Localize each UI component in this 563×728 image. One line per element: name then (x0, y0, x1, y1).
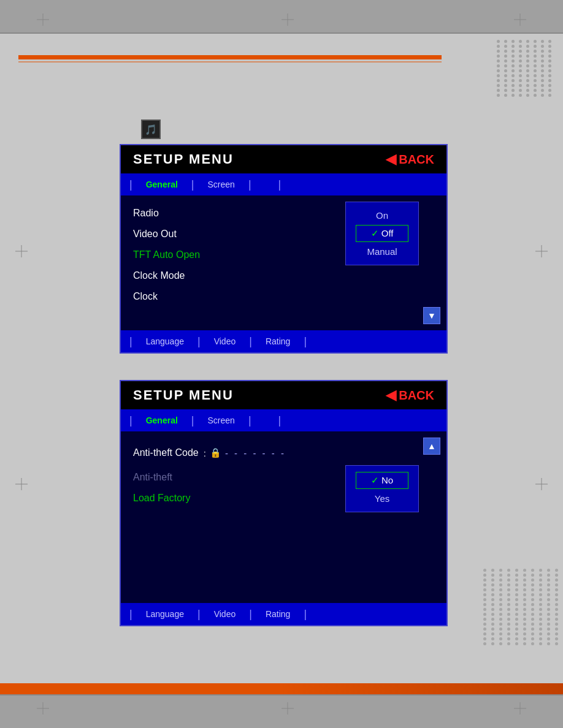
antitheft-code-display: : 🔒 - - - - - - - (204, 444, 286, 462)
tab-sep-4: | (276, 178, 284, 191)
btab2-video[interactable]: Video (204, 607, 246, 621)
btab2-sep-1: | (127, 608, 135, 621)
crosshair-top-center (282, 13, 294, 26)
setup-panel-2: SETUP MENU ◀ BACK | General | Screen | |… (120, 380, 448, 626)
btab-video-1[interactable]: Video (204, 334, 246, 349)
panel1-back-label: BACK (399, 153, 434, 167)
btab-language-1[interactable]: Language (136, 334, 194, 349)
panel2-tab-bar: | General | Screen | | (121, 409, 446, 431)
menu-item-antitheft-code[interactable]: Anti-theft Code (133, 447, 199, 458)
btab-rating-1[interactable]: Rating (256, 334, 300, 349)
menu-item-clock[interactable]: Clock (133, 286, 434, 307)
tab2-sep-3: | (246, 414, 254, 427)
tab-sep-3: | (246, 178, 254, 191)
tab-screen-1[interactable]: Screen (198, 177, 245, 192)
btab-sep-3: | (247, 335, 255, 348)
crosshair-right-mid2 (535, 478, 548, 490)
panel1-header: SETUP MENU ◀ BACK (121, 145, 446, 173)
btab-sep-1: | (127, 335, 135, 348)
tab2-extra[interactable] (255, 418, 275, 423)
crosshair-left-mid1 (15, 245, 28, 257)
panel2-back-button[interactable]: ◀ BACK (386, 387, 434, 403)
crosshair-top-right (514, 13, 526, 26)
orange-accent-line-top (18, 55, 442, 59)
panel1-back-button[interactable]: ◀ BACK (386, 151, 434, 167)
setup-panel-1: SETUP MENU ◀ BACK | General | Screen | |… (120, 144, 448, 354)
panel1-menu-content: Radio Video Out TFT Auto Open Clock Mode… (121, 195, 446, 330)
btab-sep-2: | (195, 335, 203, 348)
orange-accent-line-top2 (18, 61, 442, 63)
panel2-bottom-tab-bar: | Language | Video | Rating | (121, 603, 446, 625)
dots-decoration-top-right (497, 40, 552, 119)
crosshair-left-mid2 (15, 478, 28, 490)
tab2-sep-1: | (127, 414, 135, 427)
crosshair-bottom-left (37, 702, 49, 715)
menu-item-clockmode[interactable]: Clock Mode (133, 265, 434, 286)
scroll-up-button[interactable]: ▲ (423, 438, 440, 455)
tab-general-1[interactable]: General (136, 177, 188, 192)
dropdown-option-on[interactable]: On (356, 207, 408, 224)
panel1-tab-bar: | General | Screen | | (121, 173, 446, 195)
crosshair-right-mid1 (535, 245, 548, 257)
btab-sep-4: | (301, 335, 309, 348)
panel1-title: SETUP MENU (133, 151, 234, 167)
btab2-sep-3: | (247, 608, 255, 621)
crosshair-bottom-right (514, 702, 526, 715)
panel2-back-label: BACK (399, 389, 434, 403)
dropdown-option-off[interactable]: Off (356, 225, 408, 242)
scroll-down-button[interactable]: ▼ (423, 307, 440, 324)
panel2-dropdown[interactable]: No Yes (345, 465, 419, 512)
orange-accent-line-bottom (0, 683, 563, 694)
tab-sep-1: | (127, 178, 135, 191)
dropdown-option-manual[interactable]: Manual (356, 243, 408, 260)
dropdown-option-yes[interactable]: Yes (356, 490, 408, 507)
tab-extra-1[interactable] (255, 182, 275, 187)
crosshair-bottom-center (282, 702, 294, 715)
panel2-menu-content: Anti-theft Code : 🔒 - - - - - - - ▲ Anti… (121, 431, 446, 603)
dots-decoration-bottom-right (483, 569, 557, 691)
lock-icon: 🔒 (210, 447, 221, 458)
code-dashes: - - - - - - - (225, 448, 286, 458)
btab2-sep-2: | (195, 608, 203, 621)
panel1-dropdown[interactable]: On Off Manual (345, 202, 419, 265)
tab2-general[interactable]: General (136, 413, 188, 428)
btab2-language[interactable]: Language (136, 607, 194, 621)
tab2-screen[interactable]: Screen (198, 413, 245, 428)
antitheft-code-row: Anti-theft Code : 🔒 - - - - - - - ▲ (133, 439, 434, 467)
dropdown-option-no[interactable]: No (356, 472, 408, 489)
tab-sep-2: | (189, 178, 197, 191)
panel2-header: SETUP MENU ◀ BACK (121, 381, 446, 409)
panel2-title: SETUP MENU (133, 387, 234, 403)
panel1-bottom-tab-bar: | Language | Video | Rating | (121, 330, 446, 352)
tab2-sep-4: | (276, 414, 284, 427)
app-icon: 🎵 (141, 119, 161, 139)
btab2-sep-4: | (301, 608, 309, 621)
btab2-rating[interactable]: Rating (256, 607, 300, 621)
tab2-sep-2: | (189, 414, 197, 427)
back-arrow-icon-2: ◀ (386, 387, 396, 403)
crosshair-top-left (37, 13, 49, 26)
back-arrow-icon: ◀ (386, 151, 396, 167)
